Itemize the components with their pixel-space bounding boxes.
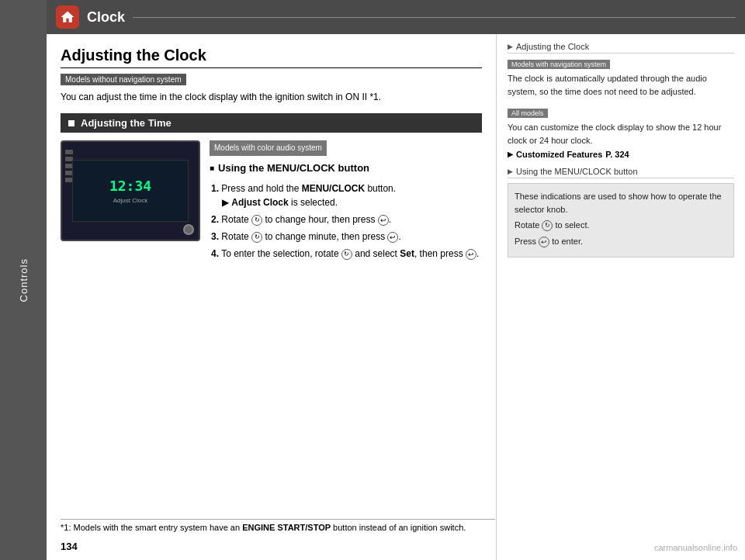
rotate-symbol-3: ↻ — [341, 249, 352, 260]
sidebar-label: Controls — [18, 258, 29, 302]
watermark: carmanualsonline.info — [654, 543, 737, 552]
step-3: 3. Rotate ↻ to change minute, then press… — [210, 230, 482, 244]
right-header-2: Using the MENU/CLOCK button — [508, 167, 734, 178]
home-icon — [56, 5, 79, 29]
car-display-knob — [183, 224, 194, 235]
step-2: 2. Rotate ↻ to change hour, then press ↩… — [210, 213, 482, 226]
footnote-area: *1: Models with the smart entry system h… — [61, 519, 495, 532]
nav-badge: Models with navigation system — [508, 60, 610, 69]
page-title: Clock — [87, 9, 125, 26]
step4-bold: Set — [400, 248, 414, 259]
intro-text-content: You can adjust the time in the clock dis… — [61, 92, 381, 102]
home-svg — [60, 9, 75, 25]
right-panel: Adjusting the Clock Models with navigati… — [497, 34, 745, 560]
car-display: 12:34 Adjust Clock — [61, 140, 200, 241]
car-display-screen: 12:34 Adjust Clock — [72, 160, 189, 222]
right-section-1: Adjusting the Clock Models with navigati… — [508, 42, 734, 98]
footnote-bold: ENGINE START/STOP — [242, 523, 331, 532]
right-text-2: You can customize the clock display to s… — [508, 121, 734, 147]
right-link-page: P. 324 — [605, 150, 629, 159]
no-nav-badge: Models without navigation system — [61, 74, 186, 85]
step1-arrow-rest: is selected. — [289, 197, 338, 208]
instructions-area: Models with color audio system Using the… — [210, 140, 482, 264]
right-header-1: Adjusting the Clock — [508, 42, 734, 54]
step-num-3: 3. — [211, 231, 219, 242]
car-display-time: 12:34 — [109, 178, 151, 194]
step-num-4: 4. — [211, 248, 219, 259]
main-content: Clock Adjusting the Clock Models without… — [47, 0, 745, 560]
step1-rest: button. — [365, 183, 396, 194]
right-link-text: Customized Features — [516, 150, 602, 159]
right-section-2-box: These indications are used to show how t… — [508, 183, 734, 258]
rotate-symbol-1: ↻ — [251, 215, 262, 226]
all-models-badge: All models — [508, 109, 548, 118]
footnote-end: button instead of an ignition switch. — [331, 523, 466, 532]
right-section-2: Using the MENU/CLOCK button These indica… — [508, 167, 734, 258]
content-area: Adjusting the Clock Models without navig… — [47, 34, 745, 560]
two-col-layout: 12:34 Adjust Clock Models with color aud… — [61, 140, 482, 264]
right-header-2-text: Using the MENU/CLOCK button — [516, 167, 638, 176]
adjusting-time-heading: Adjusting the Time — [61, 113, 482, 133]
adjusting-clock-title: Adjusting the Clock — [61, 47, 482, 68]
footnote-text: *1: Models with the smart entry system h… — [61, 523, 242, 532]
intro-text: You can adjust the time in the clock dis… — [61, 90, 482, 104]
header-bar: Clock — [47, 0, 745, 34]
right-text-3: These indications are used to show how t… — [515, 190, 727, 216]
using-menu-title: Using the MENU/CLOCK button — [210, 161, 482, 177]
customized-features-link[interactable]: Customized Features P. 324 — [508, 150, 734, 159]
right-section-all-models: All models You can customize the clock d… — [508, 107, 734, 159]
step-4: 4. To enter the selection, rotate ↻ and … — [210, 247, 482, 261]
car-btn-1 — [65, 150, 73, 154]
press-symbol-r: ↩ — [539, 237, 549, 247]
header-line — [133, 17, 736, 18]
step1-text: Press and hold the — [221, 183, 301, 194]
step-num-1: 1. — [211, 183, 219, 194]
press-symbol-3: ↩ — [466, 249, 476, 260]
press-symbol-1: ↩ — [378, 215, 389, 226]
car-display-label: Adjust Clock — [113, 197, 147, 204]
right-text-5: Press ↩ to enter. — [515, 235, 727, 248]
rotate-symbol-r: ↻ — [542, 220, 553, 231]
step1-arrow-text: Adjust Clock — [231, 197, 288, 208]
step1-bold: MENU/CLOCK — [302, 183, 365, 194]
sidebar: Controls — [0, 0, 47, 560]
step-1: 1. Press and hold the MENU/CLOCK button.… — [210, 181, 482, 209]
color-audio-badge: Models with color audio system — [210, 140, 327, 156]
press-symbol-2: ↩ — [387, 232, 398, 243]
right-text-1: The clock is automatically updated throu… — [508, 72, 734, 98]
left-panel: Adjusting the Clock Models without navig… — [47, 34, 497, 560]
using-menu-title-text: Using the MENU/CLOCK button — [218, 161, 369, 177]
step1-arrow-area: ▶ Adjust Clock is selected. — [222, 195, 338, 209]
page-number: 134 — [61, 541, 78, 552]
right-text-4: Rotate ↻ to select. — [515, 219, 727, 232]
rotate-symbol-2: ↻ — [251, 232, 262, 243]
section-heading-label: Adjusting the Time — [81, 117, 172, 129]
right-header-1-text: Adjusting the Clock — [516, 42, 589, 51]
step-num-2: 2. — [211, 214, 219, 225]
